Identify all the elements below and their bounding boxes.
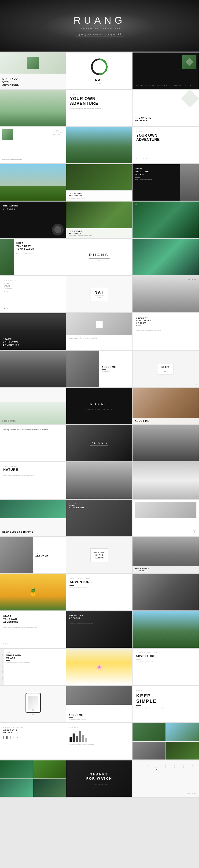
stop-title: STOPABOUT WHOWE ARE [135, 167, 178, 176]
slide-dark-landscape [133, 425, 199, 461]
adventure-body: Lorem ipsum dolor sit amet consectetur a… [70, 107, 129, 110]
slide-about-me4: ABOUT ME Lorem ipsum dolor sit amet [66, 686, 133, 722]
bar-6 [85, 738, 87, 742]
slide-row-2: 15 START YOUR OWNADVENTURE Lorem ipsum d… [0, 90, 199, 126]
num-15-label: 15 [2, 92, 5, 93]
story2-body: Lorem ipsum dolor sit amet consectetur [6, 661, 64, 664]
slide-adventure-dark: STARTYOUR OWNADVENTURE [0, 313, 66, 350]
slide-tropical: 25 [133, 202, 199, 238]
slide-flowers: 🌸 [66, 649, 133, 685]
slide-row-16: STARTYOUR OWNADVENTURE Lorem ipsum dolor… [0, 611, 199, 648]
slide-row-20: THANKSFOR WATCH RUANG TEMPLATE S M T W T… [0, 761, 199, 797]
num01-badge: .01 [192, 530, 197, 534]
green-nature-title: NATURE [3, 468, 63, 471]
slide-row-3: STORYABOUT WHOWE ARE Lorem ipsum dolor s… [0, 127, 199, 163]
tropical-num: 25 [135, 204, 138, 206]
slide-calendar: S M T W T F S 1 2 3 4 5 6 7 8 9 10 SCHED… [133, 761, 199, 797]
slides-count: 15 [118, 33, 122, 36]
slide-field [0, 164, 66, 200]
slide-row-10: KEEP SIMPLE RUANG POWERPOINT TEMPLATE AB… [0, 388, 199, 424]
slide-row-1: START YOUROWNADVENTURE NAT URI Lorem ips… [0, 53, 199, 89]
slide-landscape [66, 127, 133, 163]
slide-ruang-dark: RUANG POWERPOINT TEMPLATE [66, 388, 133, 424]
mosaic-3 [133, 742, 166, 760]
slide-nature-place: THE NATUREOF PLACE [133, 90, 199, 126]
story2-title: ABOUT WHOWE ARE [6, 654, 64, 659]
slide-pineapple: 🍍 [0, 574, 66, 611]
nat3: NAT [161, 365, 170, 369]
slide-row-6: MEETYOUR BESTTEAM LEADER Lorem ipsum dol… [0, 239, 199, 275]
walk-quote: In every walk with nature one receives f… [3, 428, 63, 431]
icon-g: g+ [16, 736, 19, 739]
page-wrapper: RUANG POWERPOINT TEMPLATE Agency present… [0, 0, 199, 798]
agency-label: Agency presentation [77, 33, 103, 36]
keep-simple-label: KEEP [136, 690, 195, 691]
your-adv-title: ownadventure [69, 504, 85, 509]
slide-story2: STORY ABOUT WHO WE ARE 2007 ABOUT WHOWE … [0, 649, 66, 685]
leaves-4 [33, 779, 66, 797]
bar-2 [73, 734, 75, 742]
ruang-dark-sub: POWERPOINT TEMPLATE [86, 408, 112, 410]
slide-start5: START YOUR OWN ADVENTURE. Lorem ipsum do… [133, 649, 199, 685]
slide-circle-logo: NAT URI [66, 53, 133, 89]
slide-meet-team: MEETYOUR BESTTEAM LEADER Lorem ipsum dol… [0, 239, 66, 275]
green-nature-body: Lorem ipsum dolor sit amet consectetur a… [3, 474, 63, 477]
start3-label: START YOUR OWN [70, 578, 129, 579]
team-body: Lorem ipsum dolor sit amet [16, 253, 64, 254]
slide-about-me3: 15 ABOUT ME [0, 537, 66, 573]
num01: .01 [195, 383, 197, 385]
story2-vert: STORY ABOUT WHO WE ARE [1, 654, 3, 680]
uri-text: URI [95, 82, 104, 84]
slide-person [0, 350, 66, 387]
slide-nature-place-dark: THE NATUREOF PLACE Lorem ipsum dolor sit… [66, 611, 133, 648]
arch-label: 01 [195, 495, 197, 497]
leaves-1 [0, 761, 33, 778]
slide-row-7: SIMPLICITY IS THENATUREOF GREATSOUL NAT … [0, 276, 199, 312]
about-me-title: ABOUT ME [102, 366, 130, 368]
slide-nature-dark: THE NATUREOF PLACE [0, 202, 66, 238]
nature-dark-title: THE NATUREOF PLACE [3, 204, 19, 210]
hero-slide: RUANG POWERPOINT TEMPLATE Agency present… [0, 0, 199, 52]
cal-label: SCHEDULE [187, 793, 196, 795]
slide-thanks: THANKSFOR WATCH RUANG TEMPLATE [66, 761, 133, 797]
woods2-sub: are nice. But I have promises to keep [69, 235, 130, 236]
slide-landscape4 [133, 611, 199, 648]
slide-row-14: 15 ABOUT ME SIMPLICITYIS THENATURE THE N… [0, 537, 199, 573]
slide-woods2: THE WOODSARE LOVELY are nice. But I have… [66, 202, 133, 238]
slide-nature-green [133, 239, 199, 275]
start5-body: Lorem ipsum dolor sit amet [136, 661, 196, 663]
flowers-icon: 🌸 [96, 664, 102, 670]
slide-your-adventure: your ownadventure [66, 500, 133, 536]
street-body: Lorem ipsum dolor sit amet consectetur [69, 337, 130, 340]
slide-dark-text: Lorem ipsum dolor sit amet consectetur [133, 53, 199, 89]
start2-title: YOUR OWNADVENTURE [136, 133, 195, 142]
your-adv-label: your [69, 502, 85, 504]
slide-row-15: 🍍 START YOUR OWN ADVENTURE Lorem ipsum d… [0, 574, 199, 611]
about-who-title: ABOUT WHOWE ARE [3, 729, 63, 734]
icon-t: t [7, 736, 11, 739]
thanks-title: THANKSFOR WATCH [87, 772, 112, 781]
slide-street: Lorem ipsum dolor sit amet consectetur [66, 313, 133, 350]
bar-5 [82, 735, 84, 742]
stop-body: Lorem ipsum dolor sit amet [135, 179, 178, 180]
icon-f: f [3, 736, 6, 739]
nat2-text: NAT [95, 290, 104, 294]
start2-label: START [136, 131, 195, 132]
slide-num01: .01 [133, 500, 199, 536]
slide-nat-uri2: NAT URI .01 [133, 350, 199, 387]
simplicity2-body: Lorem ipsum dolor sit amet consectetur [136, 330, 195, 331]
icon-in: in [12, 736, 15, 739]
leaves-3 [0, 779, 33, 797]
slide-about-who-num: ABOUT WHO YOU ARE ABOUT WHOWE ARE f t in… [0, 723, 66, 760]
slide-plant: 15 [0, 90, 66, 126]
about-who-label: ABOUT WHO YOU ARE [3, 726, 63, 728]
slide-woman-portrait [66, 462, 133, 499]
slide-keep-close: KEEP CLOSE TO NATURE [0, 500, 66, 536]
nat-place-dark-body: Lorem ipsum dolor sit amet consectetur [69, 622, 129, 624]
slide-ruang2: RUANG [66, 425, 133, 461]
shelf-label: KEEP SIMPLE [2, 420, 16, 422]
uri2-text: URI [95, 297, 104, 298]
about-me3-label: 15 [35, 552, 64, 554]
keep-simple-title: KEEPSIMPLE [136, 693, 195, 704]
chart-body: Lorem ipsum dolor sit amet consectetur [70, 744, 129, 746]
